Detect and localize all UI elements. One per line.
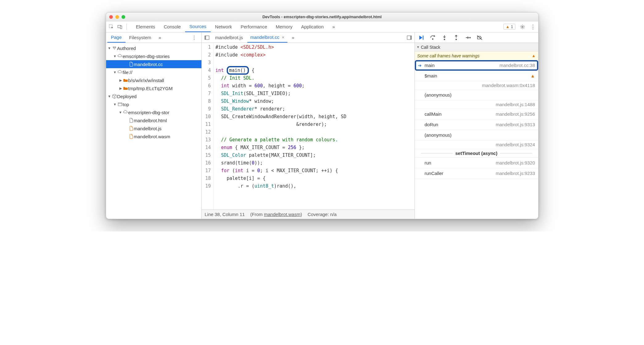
tab-application[interactable]: Application — [297, 21, 328, 32]
window-title: DevTools - emscripten-dbg-stories.netlif… — [106, 15, 538, 19]
navigator-tab-page[interactable]: Page — [107, 32, 126, 43]
svg-point-3 — [522, 26, 523, 27]
settings-icon[interactable] — [519, 23, 526, 30]
stack-frame-loc[interactable]: mandelbrot.js:9324 — [415, 140, 538, 149]
file-tree: ▼Authored ▼emscripten-dbg-stories mandel… — [106, 43, 201, 219]
svg-point-12 — [444, 39, 445, 40]
source-from-link[interactable]: mandelbrot.wasm — [264, 212, 300, 217]
tree-file-html[interactable]: mandelbrot.html — [106, 116, 201, 124]
tab-performance[interactable]: Performance — [236, 21, 271, 32]
tab-network[interactable]: Network — [211, 21, 236, 32]
tree-origin-deployed[interactable]: ▼emscripten-dbg-stor — [106, 108, 201, 116]
tab-sources[interactable]: Sources — [185, 21, 211, 32]
navigator-more-tabs[interactable]: » — [155, 32, 165, 43]
navigator-tab-filesystem[interactable]: Filesystem — [126, 32, 155, 43]
tree-folder-tmp[interactable]: ▶tmp/tmp.ELcTq2YGM — [106, 84, 201, 92]
coverage-status: Coverage: n/a — [308, 212, 336, 217]
toggle-debugger-icon[interactable] — [405, 35, 413, 40]
call-stack-list: ➔ main mandelbrot.cc:38 $main ▲ mandelbr… — [415, 60, 538, 219]
source-from: (From mandelbrot.wasm) — [250, 212, 302, 217]
kebab-menu-icon[interactable]: ⋮ — [530, 23, 536, 30]
stack-frame-loc[interactable]: mandelbrot.wasm:0x4118 — [415, 81, 538, 90]
svg-rect-10 — [423, 35, 423, 40]
code-content[interactable]: #include <SDL2/SDL.h> #include <complex>… — [214, 43, 348, 210]
editor-more-tabs[interactable]: » — [289, 32, 297, 43]
navigator-panel: Page Filesystem » ⋮ ▼Authored ▼emscripte… — [106, 32, 202, 219]
svg-point-11 — [432, 38, 433, 40]
step-into-icon[interactable] — [441, 35, 448, 41]
step-icon[interactable] — [465, 35, 471, 41]
warnings-badge[interactable]: ▲ 1 — [503, 24, 515, 30]
svg-rect-9 — [410, 36, 411, 39]
svg-point-13 — [455, 39, 457, 40]
warning-count: 1 — [511, 24, 513, 29]
tree-deployed[interactable]: ▼Deployed — [106, 92, 201, 100]
async-boundary: setTimeout (async) — [415, 149, 538, 158]
tree-file-mandelbrot-cc[interactable]: mandelbrot.cc — [106, 60, 201, 68]
debugger-toolbar — [415, 32, 538, 43]
devtools-window: DevTools - emscripten-dbg-stories.netlif… — [106, 12, 539, 219]
navigator-kebab-icon[interactable]: ⋮ — [188, 32, 200, 43]
resume-icon[interactable] — [418, 35, 424, 41]
stack-frame-loc[interactable]: mandelbrot.js:1488 — [415, 100, 538, 109]
stack-frame[interactable]: runmandelbrot.js:9320 — [415, 158, 538, 168]
stack-frame[interactable]: doRunmandelbrot.js:9313 — [415, 119, 538, 130]
call-stack-warning: Some call frames have warnings ▲ — [415, 52, 538, 60]
current-frame-arrow-icon: ➔ — [418, 63, 423, 68]
close-tab-icon[interactable]: × — [282, 35, 284, 40]
editor-statusbar: Line 38, Column 11 (From mandelbrot.wasm… — [202, 210, 415, 219]
tab-console[interactable]: Console — [159, 21, 185, 32]
step-over-icon[interactable] — [430, 35, 436, 41]
call-stack-header[interactable]: ▼Call Stack — [415, 43, 538, 52]
panel-tabs: Elements Console Sources Network Perform… — [132, 21, 339, 32]
main-toolbar: Elements Console Sources Network Perform… — [106, 21, 538, 32]
tree-file-wasm[interactable]: mandelbrot.wasm — [106, 132, 201, 140]
inspect-element-icon[interactable] — [108, 23, 115, 30]
highlight-main: main() — [227, 66, 249, 75]
titlebar: DevTools - emscripten-dbg-stories.netlif… — [106, 13, 538, 21]
svg-rect-2 — [120, 26, 122, 29]
frame-warning-icon: ▲ — [530, 73, 535, 78]
toggle-navigator-icon[interactable] — [203, 35, 211, 40]
tree-folder-install[interactable]: ▶b/s/w/ir/x/w/install — [106, 76, 201, 84]
editor-tab-cc[interactable]: mandelbrot.cc× — [247, 32, 287, 43]
debugger-panel: ▼Call Stack Some call frames have warnin… — [415, 32, 538, 219]
tab-memory[interactable]: Memory — [271, 21, 297, 32]
svg-rect-7 — [205, 36, 206, 39]
line-gutter: 12345678910111213141516171819 — [202, 43, 214, 210]
deactivate-breakpoints-icon[interactable] — [477, 35, 483, 41]
tree-origin-emscripten[interactable]: ▼emscripten-dbg-stories — [106, 52, 201, 60]
editor-tab-js[interactable]: mandelbrot.js — [212, 32, 246, 43]
stack-frame-current[interactable]: ➔ main mandelbrot.cc:38 — [415, 60, 538, 71]
tree-file-protocol[interactable]: ▼file:// — [106, 68, 201, 76]
tab-elements[interactable]: Elements — [132, 21, 160, 32]
warning-icon: ▲ — [532, 53, 536, 58]
editor-tabbar: mandelbrot.js mandelbrot.cc× » — [202, 32, 415, 43]
warning-icon: ▲ — [506, 24, 510, 29]
tree-authored[interactable]: ▼Authored — [106, 44, 201, 52]
more-tabs[interactable]: » — [328, 21, 339, 32]
stack-frame[interactable]: (anonymous) — [415, 130, 538, 140]
stack-frame[interactable]: callMainmandelbrot.js:9256 — [415, 109, 538, 119]
svg-point-14 — [469, 37, 471, 38]
tree-top[interactable]: ▼top — [106, 100, 201, 108]
editor-panel: mandelbrot.js mandelbrot.cc× » 123456789… — [202, 32, 415, 219]
stack-frame[interactable]: runCallermandelbrot.js:9233 — [415, 168, 538, 179]
device-mode-icon[interactable] — [117, 23, 123, 30]
code-editor[interactable]: 12345678910111213141516171819 #include <… — [202, 43, 415, 210]
cursor-position: Line 38, Column 11 — [205, 212, 245, 217]
tree-file-js[interactable]: mandelbrot.js — [106, 124, 201, 132]
svg-rect-4 — [118, 103, 122, 106]
step-out-icon[interactable] — [453, 35, 459, 41]
stack-frame[interactable]: $main ▲ — [415, 71, 538, 81]
divider — [126, 24, 127, 30]
stack-frame[interactable]: (anonymous) — [415, 90, 538, 100]
